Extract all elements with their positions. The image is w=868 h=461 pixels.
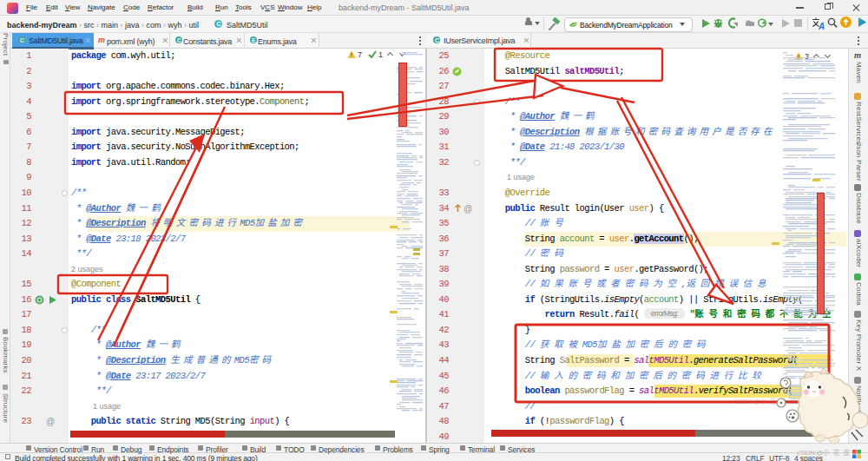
svg-text:A: A — [818, 22, 825, 30]
